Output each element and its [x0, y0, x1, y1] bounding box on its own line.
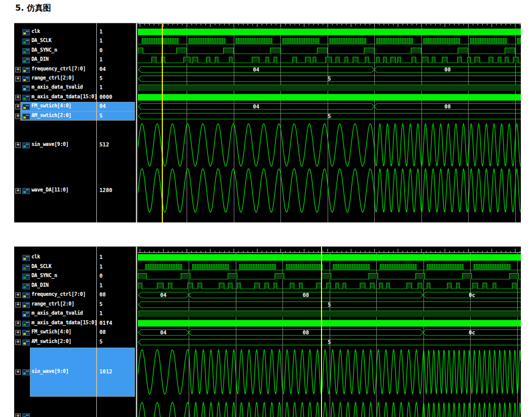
signal-waveform[interactable]: 5 — [138, 300, 521, 310]
signal-row[interactable]: +AM_swtich[2:0] — [14, 337, 96, 347]
signal-row[interactable]: +range_ctrl[2:0] — [14, 300, 96, 309]
signal-waveform[interactable]: 5 — [138, 74, 521, 83]
analog-waveform[interactable] — [138, 122, 521, 168]
signal-value: 08 — [99, 291, 106, 297]
signal-row[interactable]: +sin_wave[9:0] — [14, 140, 96, 149]
signal-waveform[interactable]: 5 — [138, 111, 521, 121]
expander-icon[interactable]: + — [15, 339, 21, 345]
signal-row[interactable]: clk — [14, 253, 96, 262]
signal-waveform[interactable] — [138, 309, 521, 319]
signal-waveform[interactable] — [138, 281, 521, 291]
expander-icon[interactable]: + — [15, 188, 21, 194]
signal-row[interactable]: m_axis_data_tvalid — [14, 83, 96, 92]
expander-icon[interactable]: + — [15, 302, 21, 308]
signal-value-cell[interactable]: 1 — [97, 27, 135, 36]
signal-row[interactable]: + — [14, 411, 96, 417]
cursor-line[interactable] — [321, 247, 322, 417]
analog-waveform[interactable] — [138, 348, 521, 397]
signal-value-cell[interactable]: 1 — [97, 281, 135, 290]
expander-icon[interactable]: + — [15, 292, 21, 298]
signal-row[interactable]: DA_SYNC_n — [14, 272, 96, 281]
signal-value-cell[interactable]: 01f4 — [97, 319, 135, 328]
signal-waveform[interactable] — [138, 83, 521, 92]
time-ruler[interactable] — [138, 23, 521, 27]
expander-icon[interactable]: + — [15, 142, 21, 148]
signal-row[interactable]: +m_axis_data_tdata[15:0] — [14, 319, 96, 328]
signal-value-cell[interactable]: 1 — [97, 83, 135, 92]
expander-icon[interactable]: + — [15, 413, 21, 417]
expander-icon[interactable]: + — [15, 321, 21, 326]
signal-value-cell[interactable]: 1 — [97, 309, 135, 318]
signal-value-cell[interactable]: 1 — [97, 253, 135, 262]
waveform-panel-2[interactable]: clk1DA_SCLK1DA_SYNC_n0DA_DIN1+frequency_… — [14, 246, 521, 417]
signal-waveform[interactable] — [138, 319, 521, 328]
signal-value-cell[interactable]: 0000 — [97, 93, 135, 102]
signal-value-cell[interactable]: 04 — [97, 65, 135, 74]
signal-row[interactable]: +frequency_ctrl[7:0] — [14, 290, 96, 299]
signal-row[interactable]: m_axis_data_tvalid — [14, 309, 96, 318]
signal-value-cell[interactable]: 5 — [97, 74, 135, 83]
signal-waveform[interactable] — [138, 93, 521, 102]
signal-waveform[interactable] — [138, 46, 521, 55]
signal-waveform[interactable] — [138, 55, 521, 64]
signal-waveform[interactable]: 0408 — [138, 102, 521, 111]
signal-waveform[interactable] — [138, 262, 521, 272]
expander-icon[interactable]: + — [15, 104, 21, 109]
signal-row[interactable]: +FM_swtich[4:0] — [14, 102, 96, 111]
signal-waveform[interactable]: 0408 — [138, 65, 521, 74]
signal-value-cell[interactable]: 1012 — [97, 367, 135, 376]
signal-waveform[interactable] — [138, 27, 521, 36]
signal-label: DA_SCLK — [31, 263, 51, 269]
expander-icon[interactable]: + — [15, 113, 21, 119]
signal-row[interactable]: +sin_wave[9:0] — [14, 367, 96, 376]
signal-value-cell[interactable]: 0 — [97, 272, 135, 281]
signal-row[interactable]: clk — [14, 27, 96, 36]
signal-row[interactable]: +wave_DA[11:0] — [14, 186, 96, 195]
expander-icon[interactable]: + — [15, 330, 21, 335]
expander-icon[interactable]: + — [15, 95, 21, 100]
waveform-panel-1[interactable]: clk1DA_SCLK1DA_SYNC_n0DA_DIN1+frequency_… — [14, 23, 521, 222]
signal-waveform[interactable] — [138, 36, 521, 46]
signal-value-cell[interactable]: 5 — [97, 111, 135, 121]
bus-signal-icon — [22, 321, 30, 327]
signal-value-cell[interactable]: 0 — [97, 46, 135, 55]
signal-row[interactable]: +AM_swtich[2:0] — [14, 111, 96, 121]
signal-value-cell[interactable]: 1 — [97, 36, 135, 46]
signal-row[interactable]: +range_ctrl[2:0] — [14, 74, 96, 83]
time-ruler[interactable] — [138, 247, 521, 253]
signal-value-cell[interactable]: 5 — [97, 300, 135, 309]
signal-value-cell[interactable]: 1280 — [97, 186, 135, 195]
signal-value-cell[interactable]: 08 — [97, 328, 135, 337]
analog-waveform[interactable] — [138, 168, 521, 213]
signal-value-cell[interactable]: 1 — [97, 55, 135, 64]
signal-row[interactable]: +frequency_ctrl[7:0] — [14, 65, 96, 74]
signal-value-cell[interactable]: 1 — [97, 262, 135, 272]
signal-row[interactable]: DA_SCLK — [14, 262, 96, 272]
signal-waveform[interactable]: 04080c — [138, 290, 521, 300]
signal-waveform[interactable] — [138, 253, 521, 262]
expander-icon[interactable]: + — [15, 369, 21, 375]
svg-text:08: 08 — [303, 329, 309, 335]
signal-value-cell[interactable]: 08 — [97, 290, 135, 299]
signal-waveform[interactable]: 04080c — [138, 328, 521, 337]
cursor-line[interactable] — [162, 23, 163, 222]
signal-label: m_axis_data_tvalid — [31, 84, 83, 90]
signal-value-cell[interactable]: 5 — [97, 337, 135, 347]
expander-icon[interactable]: + — [15, 76, 21, 82]
logic-signal-icon — [22, 311, 30, 317]
signal-row[interactable]: +FM_swtich[4:0] — [14, 328, 96, 337]
expander-icon[interactable]: + — [15, 67, 21, 72]
signal-waveform[interactable]: 5 — [138, 337, 521, 347]
analog-waveform[interactable] — [138, 399, 521, 417]
signal-label: AM_swtich[2:0] — [31, 112, 72, 118]
signal-waveform[interactable] — [138, 272, 521, 281]
signal-row[interactable]: DA_DIN — [14, 55, 96, 64]
signal-value-cell[interactable]: 512 — [97, 140, 135, 149]
signal-row[interactable]: DA_SYNC_n — [14, 46, 96, 55]
signal-row[interactable]: DA_SCLK — [14, 36, 96, 46]
svg-text:5: 5 — [328, 339, 331, 345]
signal-row[interactable]: +m_axis_data_tdata[15:0] — [14, 93, 96, 102]
signal-value-cell[interactable]: 04 — [97, 102, 135, 111]
logic-signal-icon — [22, 57, 30, 63]
signal-row[interactable]: DA_DIN — [14, 281, 96, 290]
